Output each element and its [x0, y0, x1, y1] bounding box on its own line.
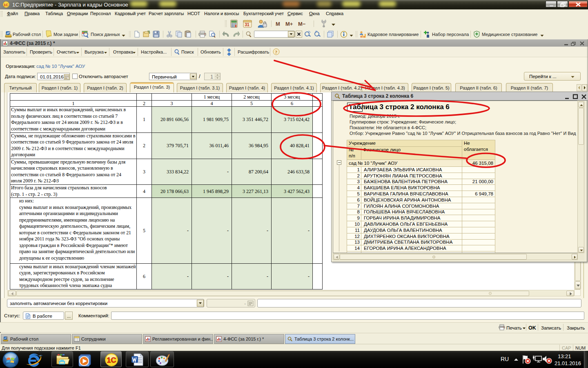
- svg-text:31: 31: [245, 22, 250, 27]
- svg-text:1С: 1С: [107, 356, 116, 364]
- svg-text:?: ?: [275, 49, 278, 54]
- svg-text:1С: 1С: [4, 3, 9, 7]
